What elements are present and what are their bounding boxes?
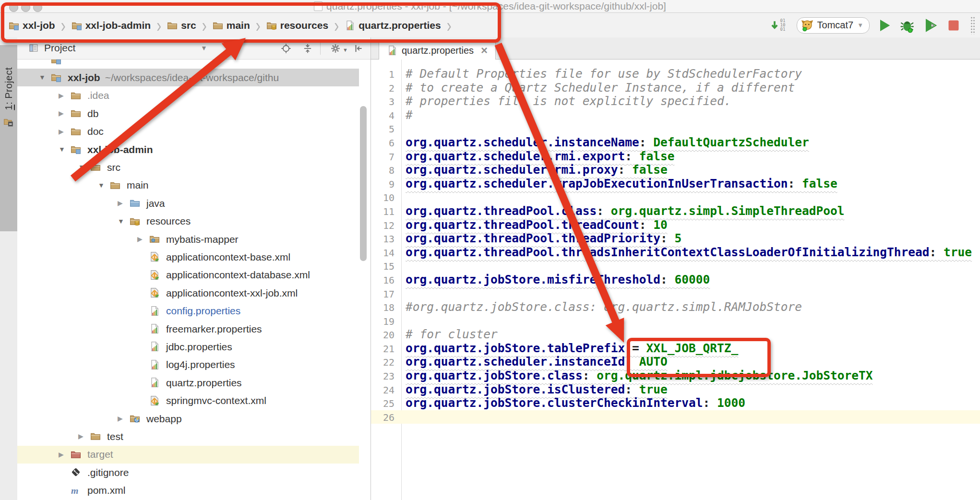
line-number: 5: [371, 122, 401, 136]
close-icon[interactable]: ×: [481, 46, 488, 55]
line-number: 15: [371, 260, 401, 274]
tree-item-java[interactable]: ▶java: [17, 194, 359, 212]
update-application-button[interactable]: 011001: [765, 17, 790, 34]
tree-item-applicationcontext-database.xml[interactable]: applicationcontext-database.xml: [17, 266, 359, 284]
chevron-expanded-icon[interactable]: ▼: [39, 73, 46, 81]
chevron-collapsed-icon[interactable]: ▶: [137, 235, 143, 243]
folder-icon: [71, 108, 81, 119]
tree-item-doc[interactable]: ▶doc: [17, 123, 359, 141]
tree-item-xxl-job-admin[interactable]: ▼xxl-job-admin: [17, 141, 359, 158]
tree-item-label: resources: [146, 215, 191, 227]
code-line-11: 11org.quartz.threadPool.class: org.quart…: [371, 204, 980, 218]
tree-item-pom.xml[interactable]: mpom.xml: [17, 482, 359, 500]
breadcrumb-item-xxl-job[interactable]: xxl-job: [9, 20, 55, 31]
gear-icon[interactable]: [330, 43, 341, 54]
property-value: false: [632, 163, 668, 177]
tree-item-.idea[interactable]: ▶.idea: [17, 87, 359, 105]
folder-icon: [167, 20, 178, 31]
code-line-7: 7org.quartz.scheduler.rmi.export: false: [371, 150, 980, 164]
tree-item-webapp[interactable]: ▶webapp: [17, 410, 359, 428]
hide-panel-icon[interactable]: [353, 43, 364, 54]
line-number: 16: [371, 274, 401, 287]
project-tree: ▼xxl-job~/workspaces/idea-git-workspace/…: [17, 60, 370, 500]
chevron-collapsed-icon[interactable]: ▶: [59, 92, 64, 99]
tree-item-.gitignore[interactable]: .gitignore: [17, 464, 359, 481]
chevron-expanded-icon[interactable]: ▼: [98, 181, 105, 189]
chevron-expanded-icon[interactable]: ▼: [59, 145, 65, 153]
property-value: org.quartz.simpl.SimpleThreadPool: [611, 204, 845, 218]
code-editor[interactable]: 1# Default Properties file for use by St…: [371, 60, 980, 500]
tree-item-label: target: [87, 449, 113, 460]
project-panel-title: Project: [44, 42, 75, 54]
chevron-collapsed-icon[interactable]: ▶: [59, 109, 64, 117]
chevron-collapsed-icon[interactable]: ▶: [59, 128, 64, 135]
tree-item-label: config.properties: [166, 305, 240, 317]
code-line-3: 3# properties file is not explicitly spe…: [371, 95, 980, 108]
code-line-8: 8org.quartz.scheduler.rmi.proxy: false: [371, 163, 980, 177]
breadcrumb-item-resources[interactable]: resources: [266, 20, 328, 31]
property-separator: :: [930, 245, 944, 259]
property-value: false: [639, 149, 675, 163]
tree-item-clipped-row[interactable]: [17, 60, 359, 69]
stop-button[interactable]: [945, 17, 962, 34]
run-with-coverage-button[interactable]: [922, 17, 939, 34]
breadcrumb-label: resources: [280, 20, 328, 31]
breadcrumb-item-quartz.properties[interactable]: quartz.properties: [345, 20, 441, 31]
chevron-expanded-icon[interactable]: ▼: [78, 163, 85, 171]
module-folder-icon: [9, 20, 19, 31]
chevron-collapsed-icon[interactable]: ▶: [78, 432, 84, 440]
property-key: org.quartz.jobStore.clusterCheckinInterv…: [406, 396, 703, 410]
tree-item-springmvc-context.xml[interactable]: springmvc-context.xml: [17, 392, 359, 410]
property-separator: :: [597, 204, 611, 218]
breadcrumb-item-src[interactable]: src: [167, 20, 196, 31]
tree-item-xxl-job[interactable]: ▼xxl-job~/workspaces/idea-git-workspace/…: [17, 69, 359, 86]
tree-item-resources[interactable]: ▼resources: [17, 213, 359, 230]
property-value: false: [802, 177, 837, 190]
tree-item-label: webapp: [146, 413, 182, 425]
debug-button[interactable]: [899, 17, 916, 34]
chevron-expanded-icon[interactable]: ▼: [118, 217, 124, 225]
tab-quartz-properties[interactable]: quartz.properties ×: [379, 41, 496, 60]
chevron-down-icon[interactable]: ▼: [201, 44, 207, 52]
tree-item-applicationcontext-base.xml[interactable]: applicationcontext-base.xml: [17, 248, 359, 266]
traffic-light-close-button[interactable]: [9, 3, 18, 12]
collapse-all-icon[interactable]: [302, 43, 313, 54]
code-line-5: 5: [371, 122, 980, 136]
title-bar: quartz.properties - xxl-job - [~/workspa…: [0, 0, 980, 13]
chevron-collapsed-icon[interactable]: ▶: [118, 415, 123, 422]
project-tool-window-icon: [3, 117, 14, 127]
chevron-collapsed-icon[interactable]: ▶: [59, 451, 64, 458]
property-separator: :: [625, 355, 639, 369]
run-config-selector[interactable]: Tomcat7 ▼: [797, 17, 870, 34]
tree-item-label: springmvc-context.xml: [166, 395, 266, 406]
tree-item-target[interactable]: ▶target: [17, 446, 359, 464]
tree-item-db[interactable]: ▶db: [17, 105, 359, 122]
window-grip-handle[interactable]: [970, 16, 975, 35]
update-digits-label: 011001: [780, 19, 786, 32]
tree-item-freemarker.properties[interactable]: freemarker.properties: [17, 320, 359, 338]
locate-file-icon[interactable]: [281, 43, 291, 54]
tree-item-label: main: [127, 179, 149, 191]
tree-item-jdbc.properties[interactable]: jdbc.properties: [17, 338, 359, 356]
breadcrumb-item-xxl-job-admin[interactable]: xxl-job-admin: [72, 20, 151, 31]
property-key: org.quartz.scheduler.rmi.proxy: [406, 163, 618, 177]
traffic-light-minimize-button[interactable]: [21, 3, 30, 12]
chevron-collapsed-icon[interactable]: ▶: [118, 199, 123, 207]
tree-item-main[interactable]: ▼main: [17, 177, 359, 194]
tree-item-log4j.properties[interactable]: log4j.properties: [17, 356, 359, 374]
tree-item-config.properties[interactable]: config.properties: [17, 302, 359, 320]
sidebar-tab-project[interactable]: 1: Project: [0, 45, 17, 231]
properties-file-icon: [149, 359, 160, 370]
tree-item-test[interactable]: ▶test: [17, 428, 359, 445]
tree-item-mybatis-mapper[interactable]: ▶mybatis-mapper: [17, 230, 359, 248]
comment: # properties file is not explicitly spec…: [406, 94, 731, 108]
tree-item-applicationcontext-xxl-job.xml[interactable]: applicationcontext-xxl-job.xml: [17, 284, 359, 302]
maven-file-icon: m: [71, 485, 81, 496]
run-button[interactable]: [876, 17, 893, 34]
breadcrumb-item-main[interactable]: main: [213, 20, 250, 31]
traffic-light-zoom-button[interactable]: [33, 3, 42, 12]
tree-item-quartz.properties[interactable]: quartz.properties: [17, 374, 359, 392]
tree-scrollbar-thumb[interactable]: [360, 106, 367, 261]
tree-item-label: test: [107, 431, 123, 442]
tree-item-src[interactable]: ▼src: [17, 158, 359, 176]
